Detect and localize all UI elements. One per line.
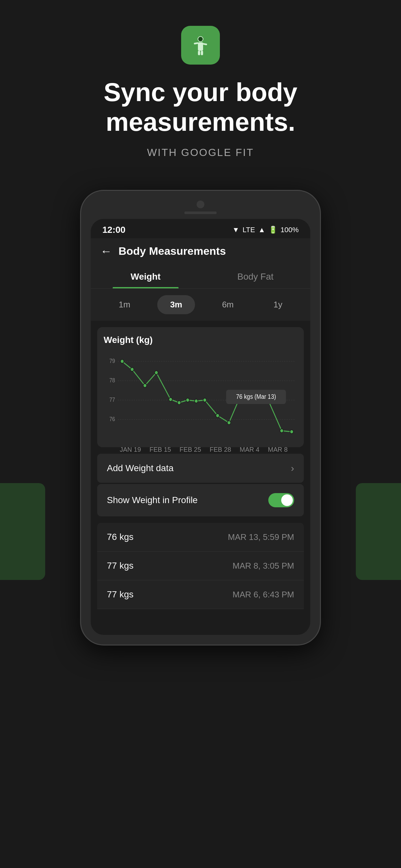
svg-point-22	[203, 398, 207, 402]
svg-point-16	[143, 383, 147, 388]
app-icon-svg	[189, 34, 212, 57]
decorative-right	[356, 483, 401, 580]
svg-rect-5	[201, 51, 203, 55]
svg-point-19	[178, 401, 181, 405]
x-label-jan19: JAN 19	[120, 446, 141, 454]
svg-rect-1	[198, 42, 203, 51]
weight-value-1: 77 kgs	[107, 561, 134, 571]
tabs-container: Weight Body Fat	[91, 264, 310, 289]
weight-date-1: MAR 8, 3:05 PM	[233, 561, 294, 571]
svg-point-18	[169, 398, 173, 401]
chart-container: Weight (kg) 79 78 77 76	[97, 327, 304, 447]
phone-speaker	[184, 212, 217, 214]
weight-entries: 76 kgs MAR 13, 5:59 PM 77 kgs MAR 8, 3:0…	[97, 523, 304, 609]
status-icons: ▼ LTE ▲ 🔋 100%	[232, 226, 299, 234]
chart-wrapper: 79 78 77 76	[104, 352, 297, 442]
x-label-feb28: FEB 28	[210, 446, 231, 454]
x-label-feb15: FEB 15	[150, 446, 171, 454]
battery-icon: 🔋	[269, 226, 277, 234]
x-label-mar8: MAR 8	[268, 446, 288, 454]
svg-point-29	[280, 429, 283, 433]
wifi-icon: ▼	[232, 226, 239, 234]
svg-point-24	[227, 421, 231, 425]
svg-point-23	[216, 414, 220, 417]
weight-entry-1: 77 kgs MAR 8, 3:05 PM	[97, 552, 304, 580]
add-weight-item[interactable]: Add Weight data ›	[97, 454, 304, 483]
phone-frame: 12:00 ▼ LTE ▲ 🔋 100% ← Body Measurements…	[81, 191, 320, 645]
weight-entry-2: 77 kgs MAR 6, 6:43 PM	[97, 580, 304, 609]
status-bar: 12:00 ▼ LTE ▲ 🔋 100%	[91, 219, 310, 238]
svg-point-14	[120, 360, 124, 363]
x-label-feb25: FEB 25	[180, 446, 201, 454]
svg-point-17	[155, 371, 158, 375]
weight-entry-0: 76 kgs MAR 13, 5:59 PM	[97, 523, 304, 552]
svg-text:77: 77	[110, 397, 115, 403]
top-section: Sync your body measurements. WITH GOOGLE…	[0, 0, 401, 191]
svg-rect-3	[203, 43, 207, 45]
period-1m[interactable]: 1m	[106, 295, 143, 314]
svg-point-20	[186, 398, 189, 402]
weight-value-2: 77 kgs	[107, 589, 134, 600]
app-header: ← Body Measurements	[91, 238, 310, 264]
phone-screen: 12:00 ▼ LTE ▲ 🔋 100% ← Body Measurements…	[91, 219, 310, 635]
svg-rect-4	[198, 51, 200, 55]
x-label-mar4: MAR 4	[240, 446, 259, 454]
period-3m[interactable]: 3m	[157, 295, 195, 314]
decorative-left	[0, 483, 45, 580]
svg-point-15	[130, 368, 134, 371]
chart-title: Weight (kg)	[104, 335, 297, 345]
bottom-space	[91, 609, 310, 635]
period-6m[interactable]: 6m	[209, 295, 247, 314]
svg-point-0	[198, 36, 203, 42]
svg-rect-2	[194, 42, 198, 44]
signal-icon: ▲	[258, 226, 266, 234]
weight-value-0: 76 kgs	[107, 532, 134, 542]
battery-percent: 100%	[281, 226, 299, 234]
svg-point-30	[290, 430, 294, 434]
svg-text:76: 76	[110, 416, 115, 423]
hero-subtitle: WITH GOOGLE FIT	[147, 147, 254, 159]
svg-text:76 kgs (Mar 13): 76 kgs (Mar 13)	[236, 393, 276, 400]
hero-title: Sync your body measurements.	[55, 78, 346, 137]
app-icon	[181, 26, 220, 65]
weight-date-2: MAR 6, 6:43 PM	[233, 590, 294, 600]
svg-text:79: 79	[110, 358, 115, 364]
page-title: Body Measurements	[119, 245, 226, 257]
tab-body-fat[interactable]: Body Fat	[201, 264, 310, 288]
svg-point-21	[194, 399, 198, 403]
show-weight-toggle[interactable]	[268, 493, 294, 507]
add-weight-label: Add Weight data	[107, 463, 174, 473]
chart-svg: 79 78 77 76	[104, 352, 297, 442]
show-weight-item: Show Weight in Profile	[97, 484, 304, 516]
show-weight-label: Show Weight in Profile	[107, 495, 197, 505]
add-weight-arrow: ›	[291, 463, 294, 474]
period-1y[interactable]: 1y	[260, 295, 295, 314]
lte-label: LTE	[243, 226, 255, 234]
tab-weight[interactable]: Weight	[91, 264, 201, 288]
svg-text:78: 78	[110, 377, 115, 383]
phone-camera	[197, 200, 204, 208]
chart-x-labels: JAN 19 FEB 15 FEB 25 FEB 28 MAR 4 MAR 8	[104, 443, 297, 454]
back-button[interactable]: ←	[100, 245, 112, 257]
period-selector: 1m 3m 6m 1y	[91, 289, 310, 321]
status-time: 12:00	[102, 225, 126, 235]
phone-wrapper: 12:00 ▼ LTE ▲ 🔋 100% ← Body Measurements…	[0, 191, 401, 645]
weight-date-0: MAR 13, 5:59 PM	[228, 532, 294, 542]
